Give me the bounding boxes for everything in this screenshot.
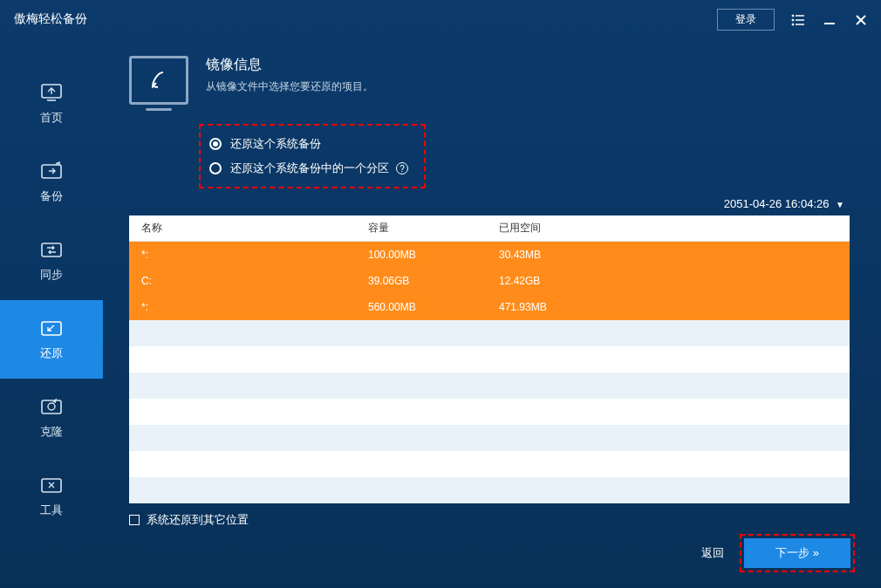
restore-to-other-location[interactable]: 系统还原到其它位置 <box>129 512 850 528</box>
table-row <box>129 477 850 503</box>
home-icon <box>39 82 64 103</box>
svg-point-5 <box>792 24 794 25</box>
cell-used: 12.42GB <box>499 275 837 287</box>
tools-icon <box>39 475 64 496</box>
timestamp-text: 2051-04-26 16:04:26 <box>724 197 830 210</box>
svg-rect-13 <box>42 322 61 335</box>
sidebar-item-clone[interactable]: 克隆 <box>0 379 103 457</box>
option-label: 还原这个系统备份 <box>230 136 321 152</box>
page-title: 镜像信息 <box>206 56 373 74</box>
table-row <box>129 451 850 477</box>
minimize-icon[interactable] <box>822 12 837 28</box>
clone-icon <box>39 396 64 417</box>
sidebar-item-sync[interactable]: 同步 <box>0 222 103 300</box>
radio-icon[interactable] <box>209 138 222 150</box>
cell-size: 39.06GB <box>368 275 499 287</box>
restore-icon <box>39 318 64 338</box>
sidebar-item-label: 克隆 <box>40 424 63 440</box>
option-restore-partition[interactable]: 还原这个系统备份中的一个分区 ? <box>209 161 408 176</box>
titlebar-right: 登录 <box>717 9 869 31</box>
table-header: 名称 容量 已用空间 <box>129 215 850 242</box>
col-header-size: 容量 <box>368 221 499 236</box>
sidebar-item-label: 工具 <box>40 503 63 518</box>
backup-icon <box>39 161 64 181</box>
svg-rect-14 <box>42 400 61 414</box>
table-row[interactable]: *: 100.00MB 30.43MB <box>129 242 850 268</box>
main-panel: 镜像信息 从镜像文件中选择您要还原的项目。 还原这个系统备份 还原这个系统备份中… <box>103 38 881 588</box>
cell-name: *: <box>141 249 368 261</box>
image-info-icon <box>129 56 188 105</box>
option-label: 还原这个系统备份中的一个分区 <box>230 161 389 176</box>
page-subtitle: 从镜像文件中选择您要还原的项目。 <box>206 79 373 94</box>
svg-point-4 <box>792 19 794 21</box>
sync-icon <box>39 239 64 260</box>
cell-size: 560.00MB <box>368 301 499 313</box>
cell-used: 30.43MB <box>499 249 837 261</box>
sidebar: 首页 备份 同步 还原 克隆 <box>0 38 103 588</box>
cell-name: C: <box>141 275 368 287</box>
cell-used: 471.93MB <box>499 301 837 313</box>
app-title: 傲梅轻松备份 <box>14 11 87 27</box>
titlebar: 傲梅轻松备份 登录 <box>0 0 881 38</box>
page-header-text: 镜像信息 从镜像文件中选择您要还原的项目。 <box>206 56 373 94</box>
sidebar-item-label: 同步 <box>40 267 63 283</box>
help-icon[interactable]: ? <box>396 162 408 174</box>
sidebar-item-label: 首页 <box>40 110 63 126</box>
restore-options: 还原这个系统备份 还原这个系统备份中的一个分区 ? <box>199 124 850 188</box>
table-row <box>129 425 850 451</box>
col-header-used: 已用空间 <box>499 221 837 236</box>
sidebar-item-label: 还原 <box>40 345 63 361</box>
menu-list-icon[interactable] <box>790 12 806 28</box>
table-row <box>129 320 850 346</box>
app-window: 傲梅轻松备份 登录 首页 备份 同步 <box>0 0 881 588</box>
table-row <box>129 373 850 399</box>
login-button[interactable]: 登录 <box>717 9 775 31</box>
table-row[interactable]: C: 39.06GB 12.42GB <box>129 268 850 294</box>
option-restore-full[interactable]: 还原这个系统备份 <box>209 136 408 152</box>
sidebar-item-tools[interactable]: 工具 <box>0 457 103 536</box>
container: 首页 备份 同步 还原 克隆 <box>0 38 881 588</box>
checkbox-icon[interactable] <box>129 515 140 525</box>
col-header-name: 名称 <box>141 221 368 236</box>
checkbox-label: 系统还原到其它位置 <box>147 512 249 528</box>
svg-point-15 <box>48 403 55 410</box>
next-button-highlight: 下一步 » <box>740 534 855 572</box>
sidebar-item-backup[interactable]: 备份 <box>0 143 103 222</box>
close-icon[interactable] <box>853 12 869 28</box>
table-row <box>129 346 850 373</box>
radio-icon[interactable] <box>209 162 222 174</box>
sidebar-item-label: 备份 <box>40 188 63 204</box>
svg-point-3 <box>792 15 794 17</box>
svg-rect-12 <box>42 243 61 256</box>
cell-size: 100.00MB <box>368 249 499 261</box>
partition-table: 名称 容量 已用空间 *: 100.00MB 30.43MB C: 39.06G… <box>129 215 850 500</box>
next-button[interactable]: 下一步 » <box>744 538 850 568</box>
cell-name: *: <box>141 301 368 313</box>
bottom-actions: 返回 下一步 » <box>701 534 855 572</box>
backup-timestamp[interactable]: 2051-04-26 16:04:26 ▼ <box>129 197 850 210</box>
restore-option-box: 还原这个系统备份 还原这个系统备份中的一个分区 ? <box>199 124 426 188</box>
page-header: 镜像信息 从镜像文件中选择您要还原的项目。 <box>129 56 850 105</box>
sidebar-item-home[interactable]: 首页 <box>0 65 103 143</box>
table-row[interactable]: *: 560.00MB 471.93MB <box>129 294 850 320</box>
chevron-down-icon: ▼ <box>836 200 844 209</box>
sidebar-item-restore[interactable]: 还原 <box>0 300 103 379</box>
back-button[interactable]: 返回 <box>701 545 724 561</box>
table-row <box>129 399 850 425</box>
